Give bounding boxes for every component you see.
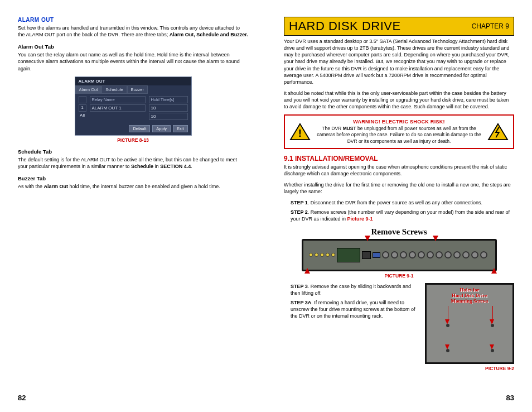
section-9-1-title: 9.1 INSTALLATION/REMOVAL <box>284 155 514 162</box>
sched-b3: . <box>191 164 192 169</box>
buzzer-tab-body: As with the Alarm Out hold time, the int… <box>18 183 248 190</box>
buzzer-tab-title: Buzzer Tab <box>18 175 248 181</box>
warning-box: ! WARNING! ELECTRIC SHOCK RISK! The DVR … <box>284 114 514 148</box>
remove-screws-title: Remove Screws <box>284 227 514 237</box>
sched-ref: SECTION 4.4 <box>160 164 191 169</box>
warning-triangle-icon: ! <box>289 123 311 141</box>
page-right: HARD DISK DRIVE CHAPTER 9 Your DVR uses … <box>266 0 532 412</box>
chapter-bar: HARD DISK DRIVE CHAPTER 9 <box>284 17 514 36</box>
step-3: STEP 3. Remove the case by sliding it ba… <box>291 283 418 296</box>
picture-9-2-caption: PICTURE 9-2 <box>425 366 514 371</box>
alarm-out-screenshot: ALARM OUT Alarm Out Schedule Buzzer Rela… <box>75 76 192 136</box>
schedule-tab-body: The default setting is for the ALARM OUT… <box>18 156 248 170</box>
ui-btn-default: Default <box>129 125 150 132</box>
picture-8-13-caption: PICTURE 8-13 <box>18 137 248 143</box>
step2-ref: Picture 9-1 <box>347 216 373 222</box>
chapter-number: CHAPTER 9 <box>472 22 509 30</box>
chapter-title: HARD DISK DRIVE <box>289 19 401 33</box>
arrow-icon <box>433 236 438 241</box>
step2-text: . Remove screws (the number will vary de… <box>291 209 510 222</box>
alarm-out-heading: ALARM OUT <box>18 17 248 23</box>
step-1: STEP 1. Disconnect the DVR from the powe… <box>291 199 514 206</box>
sched-b2: in <box>153 164 160 169</box>
page-left: ALARM OUT Set how the alarms are handled… <box>0 0 266 412</box>
ui-tab-schedule: Schedule <box>101 85 127 94</box>
drive-label-3: Mounting Screws <box>427 298 512 304</box>
alarm-out-tab-title: Alarm Out Tab <box>18 44 248 50</box>
ui-th-relay: Relay Name <box>90 96 146 103</box>
drive-label-1: Holes for <box>427 287 512 293</box>
ui-tab-buzzer: Buzzer <box>127 85 148 94</box>
step-2: STEP 2. Remove screws (the number will v… <box>291 209 514 222</box>
buzz-b2: hold time, the internal buzzer can be en… <box>68 184 220 189</box>
sec91-p2: Whether installing the drive for the fir… <box>284 181 514 195</box>
step1-text: . Disconnect the DVR from the power sour… <box>308 200 482 205</box>
step2-label: STEP 2 <box>291 209 308 215</box>
step1-label: STEP 1 <box>291 200 308 205</box>
warn-must: MUST <box>343 126 356 131</box>
sched-word: Schedule <box>131 164 153 169</box>
hdd-intro-1: Your DVR uses a standard desktop or 3.5"… <box>284 38 514 85</box>
picture-9-1-caption: PICTURE 9-1 <box>284 273 514 279</box>
step-3a: STEP 3A. If removing a hard drive, you w… <box>291 299 418 319</box>
ui-tab-alarmout: Alarm Out <box>75 85 102 94</box>
shock-triangle-icon <box>487 123 509 141</box>
sec91-p1: It is strongly advised against opening t… <box>284 164 514 177</box>
hdd-intro-2: It should be noted that while this is th… <box>284 90 514 110</box>
drive-label-2: Hard Disk Drive <box>427 293 512 298</box>
dvr-rear-image <box>302 239 497 271</box>
ui-th-hold: Hold Time[s] <box>149 96 188 103</box>
ui-td-1: 1 <box>79 104 86 112</box>
drive-label: Holes for Hard Disk Drive Mounting Screw… <box>427 287 512 304</box>
ui-td-time: 10 <box>149 104 188 112</box>
tabs-list: Alarm Out, Schedule and Buzzer. <box>170 32 248 37</box>
page-number-right: 83 <box>506 394 514 402</box>
ui-td-all: All <box>79 113 86 120</box>
ui-td-all-time: 10 <box>149 113 188 120</box>
alarm-out-tab-body: You can set the relay alarm out name as … <box>18 51 248 71</box>
ui-td-name: ALARM OUT 1 <box>90 104 146 112</box>
svg-text:!: ! <box>298 127 302 139</box>
warn-b1: The DVR <box>322 126 342 131</box>
ui-btn-apply: Apply <box>152 125 171 132</box>
buzz-b1: As with the <box>18 184 44 189</box>
page-number-left: 82 <box>18 394 26 402</box>
step3-label: STEP 3 <box>291 284 308 289</box>
warning-heading: WARNING! ELECTRIC SHOCK RISK! <box>315 119 483 124</box>
dvr-bottom-image: Holes for Hard Disk Drive Mounting Screw… <box>425 283 514 364</box>
warning-body: The DVR MUST be unplugged from all power… <box>315 126 483 144</box>
sched-b1: The default setting is for the ALARM OUT… <box>18 157 237 169</box>
arrow-icon <box>365 236 370 241</box>
arrow-icon <box>304 268 310 274</box>
ui-th-blank <box>79 96 86 103</box>
alarm-out-intro: Set how the alarms are handled and trans… <box>18 25 248 38</box>
ui-btn-exit: Exit <box>173 125 188 132</box>
step3-text: . Remove the case by sliding it backward… <box>291 284 411 296</box>
step3a-label: STEP 3A <box>291 300 311 305</box>
ui-window-title: ALARM OUT <box>75 77 191 85</box>
arrow-icon <box>491 268 497 274</box>
buzz-word: Alarm Out <box>44 184 69 189</box>
schedule-tab-title: Schedule Tab <box>18 148 248 155</box>
